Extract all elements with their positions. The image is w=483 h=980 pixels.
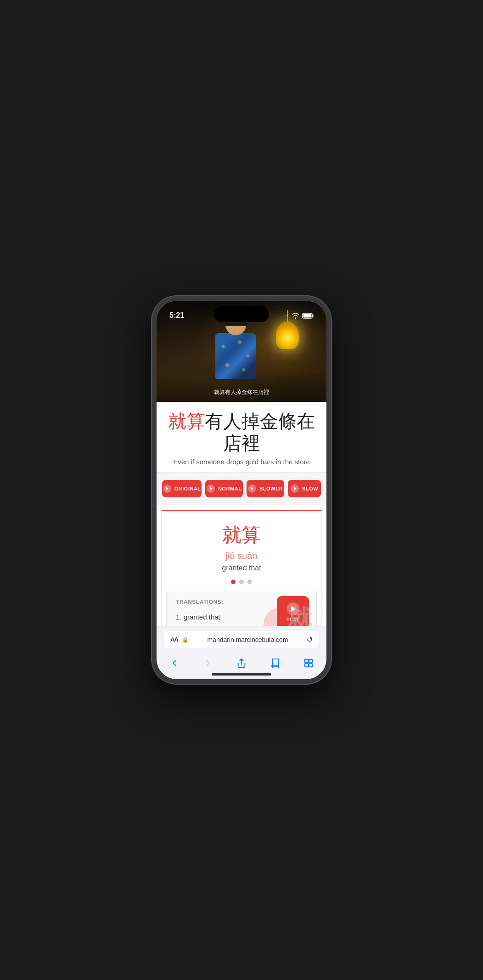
url-text[interactable]: mandarin.marcincebula.com bbox=[192, 636, 303, 643]
svg-rect-5 bbox=[309, 659, 312, 663]
tabs-icon bbox=[303, 658, 314, 668]
play-large-triangle bbox=[291, 606, 296, 612]
slower-button[interactable]: SLOWER bbox=[247, 480, 284, 497]
refresh-icon[interactable]: ↺ bbox=[307, 635, 313, 644]
video-subtitle: 就算有人掉金條在店裡 bbox=[214, 389, 269, 396]
chinese-highlight: 就算 bbox=[168, 411, 205, 431]
lock-icon: 🔒 bbox=[182, 636, 189, 643]
word-card-inner: 就算 jiù suàn granted that bbox=[162, 511, 321, 591]
original-label: ORIGINAL bbox=[174, 486, 201, 491]
dot-2 bbox=[239, 580, 244, 584]
title-section: 就算有人掉金條在店裡 Even if someone drops gold ba… bbox=[157, 402, 326, 473]
phone-frame: 5:21 ··· bbox=[152, 296, 331, 684]
forward-button[interactable] bbox=[197, 656, 219, 670]
chinese-rest: 有人掉金條在店裡 bbox=[205, 411, 315, 453]
play-large-label: PLAY bbox=[286, 617, 299, 622]
status-time: 5:21 bbox=[169, 311, 184, 320]
slow-play-icon bbox=[291, 484, 299, 493]
back-button[interactable] bbox=[164, 656, 185, 670]
original-play-triangle bbox=[166, 487, 168, 490]
font-size-button[interactable]: AA bbox=[170, 636, 178, 643]
word-meaning: granted that bbox=[171, 564, 312, 572]
normal-button[interactable]: NORMAL bbox=[205, 480, 243, 497]
shirt-pattern bbox=[215, 333, 256, 379]
normal-play-icon bbox=[207, 484, 215, 493]
svg-rect-7 bbox=[309, 664, 312, 667]
share-icon bbox=[236, 658, 247, 668]
phone-screen: 5:21 ··· bbox=[157, 301, 326, 679]
back-arrow-icon bbox=[169, 658, 180, 668]
home-indicator bbox=[212, 673, 271, 676]
original-play-icon bbox=[163, 484, 171, 493]
translations-section: TRANSLATIONS: 1. granted that 2. even if… bbox=[166, 591, 317, 626]
play-large-icon bbox=[286, 603, 299, 615]
forward-arrow-icon bbox=[203, 658, 213, 668]
tabs-button[interactable] bbox=[298, 656, 319, 670]
playback-section: ORIGINAL NORMAL SLOWER bbox=[157, 473, 326, 505]
status-icons: ··· bbox=[283, 313, 314, 319]
slow-play-triangle bbox=[294, 487, 297, 490]
share-button[interactable] bbox=[231, 656, 252, 670]
bookmarks-icon bbox=[270, 658, 280, 668]
play-large-button[interactable]: PLAY bbox=[277, 596, 309, 626]
battery-icon bbox=[302, 313, 314, 319]
dot-3 bbox=[247, 580, 252, 584]
dynamic-island bbox=[214, 306, 269, 322]
normal-label: NORMAL bbox=[218, 486, 242, 491]
word-detail-card: 就算 jiù suàn granted that TRANSLATIONS: 1… bbox=[161, 510, 322, 626]
person-silhouette bbox=[206, 315, 265, 388]
main-content[interactable]: 就算有人掉金條在店裡 就算有人掉金條在店裡 Even if someone dr… bbox=[157, 301, 326, 626]
word-pinyin: jiù suàn bbox=[171, 551, 312, 561]
browser-bar: AA 🔒 mandarin.marcincebula.com ↺ bbox=[157, 626, 326, 653]
slower-play-icon bbox=[248, 484, 256, 493]
slower-play-triangle bbox=[251, 487, 253, 490]
lamp-body bbox=[276, 321, 299, 349]
slow-button[interactable]: SLOW bbox=[288, 480, 321, 497]
person-body bbox=[215, 333, 256, 379]
word-chinese: 就算 bbox=[171, 522, 312, 548]
english-translation: Even if someone drops gold bars in the s… bbox=[166, 458, 317, 466]
slower-label: SLOWER bbox=[259, 486, 283, 491]
svg-rect-6 bbox=[305, 664, 308, 667]
address-bar[interactable]: AA 🔒 mandarin.marcincebula.com ↺ bbox=[164, 631, 319, 648]
dot-1 bbox=[231, 580, 236, 584]
pagination-dots bbox=[171, 580, 312, 584]
svg-rect-4 bbox=[305, 659, 308, 663]
signal-dots-icon: ··· bbox=[283, 313, 289, 318]
slow-label: SLOW bbox=[302, 486, 318, 491]
svg-rect-2 bbox=[303, 314, 312, 317]
wifi-icon bbox=[292, 313, 299, 319]
svg-rect-1 bbox=[313, 315, 314, 317]
normal-play-triangle bbox=[210, 487, 213, 490]
original-button[interactable]: ORIGINAL bbox=[162, 480, 202, 497]
bookmarks-button[interactable] bbox=[264, 656, 286, 670]
chinese-title: 就算有人掉金條在店裡 bbox=[166, 410, 317, 454]
